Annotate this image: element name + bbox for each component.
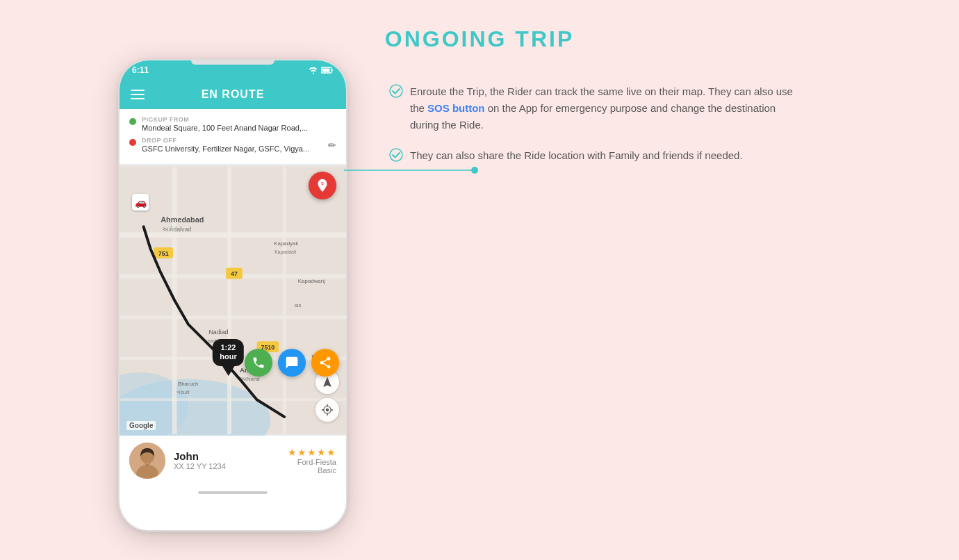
eta-unit: hour (220, 352, 236, 361)
right-content: Enroute the Trip, the Rider can track th… (389, 83, 876, 164)
check-icon-2 (389, 148, 403, 162)
pickup-address: Mondeal Square, 100 Feet Anand Nagar Roa… (142, 123, 336, 133)
eta-time: 1:22 (220, 343, 236, 352)
svg-text:Kapadwanj: Kapadwanj (298, 278, 325, 284)
nav-title: EN ROUTE (202, 88, 265, 101)
action-buttons (245, 349, 339, 377)
home-bar (198, 491, 268, 494)
driver-name: John (174, 450, 226, 462)
route-info: PICKUP FROM Mondeal Square, 100 Feet Ana… (120, 109, 346, 165)
check-icon-1 (389, 84, 403, 98)
dropoff-label: DROP OFF (142, 137, 322, 144)
phone-mockup: 6:11 EN ROUTE PICKUP FROM Mondeal Square… (118, 59, 347, 532)
svg-text:SOS: SOS (318, 182, 327, 187)
car-model: Ford-Fiesta (288, 458, 336, 466)
car-icon: 🚗 (132, 194, 149, 211)
page-title: ONGOING TRIP (385, 26, 574, 52)
svg-point-40 (471, 167, 478, 174)
call-button[interactable] (245, 349, 272, 377)
eta-pin: 1:22 hour (213, 339, 243, 365)
svg-text:751: 751 (158, 249, 169, 256)
dropoff-address: GSFC University, Fertilizer Nagar, GSFC,… (142, 144, 322, 154)
svg-rect-1 (322, 69, 330, 72)
driver-info: John XX 12 YY 1234 ★★★★★ Ford-Fiesta Bas… (120, 436, 346, 486)
svg-text:ભbuilt: ભbuilt (177, 390, 190, 395)
svg-point-42 (390, 149, 402, 161)
svg-text:Ahmedabad: Ahmedabad (161, 215, 204, 224)
edit-icon[interactable]: ✏ (328, 140, 336, 151)
svg-point-34 (326, 408, 329, 411)
feature-list: Enroute the Trip, the Rider can track th… (389, 83, 876, 164)
chat-button[interactable] (278, 349, 306, 377)
feature-text-2: They can also share the Ride location wi… (410, 147, 743, 164)
google-logo: Google (126, 421, 156, 430)
svg-text:Kapadyali: Kapadyali (274, 240, 298, 247)
home-indicator (120, 486, 346, 500)
svg-point-41 (390, 85, 402, 97)
feature-item-2: They can also share the Ride location wi… (389, 147, 876, 164)
nav-bar: EN ROUTE (120, 80, 346, 109)
car-type: Basic (288, 466, 336, 475)
status-icons (309, 67, 334, 74)
driver-avatar (129, 443, 165, 479)
svg-text:47: 47 (231, 270, 238, 277)
dropoff-dot (129, 139, 136, 146)
svg-text:Kapaddali: Kapaddali (274, 249, 296, 254)
pickup-dot (129, 118, 136, 125)
hamburger-menu[interactable] (131, 90, 145, 99)
driver-stars: ★★★★★ (288, 447, 336, 458)
sos-button[interactable]: SOS (309, 172, 336, 199)
svg-text:Nadiad: Nadiad (208, 329, 228, 336)
phone-notch (191, 60, 274, 65)
feature-text-1: Enroute the Trip, the Rider can track th… (410, 83, 799, 133)
share-button[interactable] (311, 349, 339, 377)
feature-item-1: Enroute the Trip, the Rider can track th… (389, 83, 876, 133)
svg-text:sis: sis (295, 302, 302, 308)
map-area: 751 47 7510 Ahmedabad અમેdalvad Anand આN… (120, 165, 346, 436)
driver-plate: XX 12 YY 1234 (174, 462, 226, 470)
svg-text:Bharuch: Bharuch (178, 381, 198, 387)
location-button[interactable] (315, 398, 339, 422)
pickup-label: PICKUP FROM (142, 116, 336, 123)
connector-line (344, 167, 483, 174)
svg-text:અમેdalvad: અમેdalvad (162, 225, 191, 233)
status-time: 6:11 (132, 65, 149, 75)
